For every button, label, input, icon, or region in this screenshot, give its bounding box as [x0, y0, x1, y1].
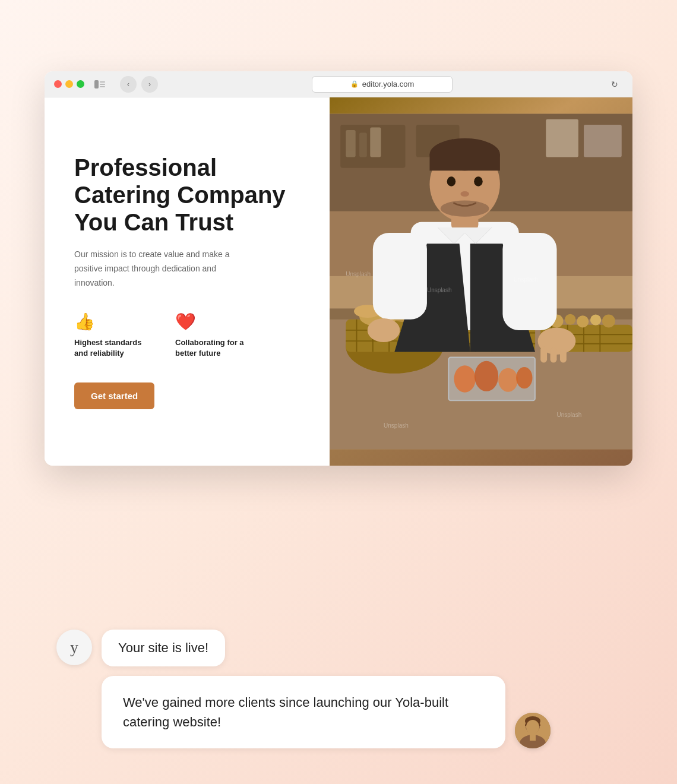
forward-button[interactable]: ›: [141, 76, 158, 93]
yola-avatar: y: [56, 630, 92, 665]
chat-bubble-site-live: Your site is live!: [102, 630, 225, 666]
svg-point-46: [565, 314, 575, 325]
svg-text:Unsplash: Unsplash: [346, 271, 371, 277]
chat-section: y Your site is live! We've gained more c…: [45, 630, 632, 748]
svg-point-79: [526, 720, 539, 734]
heart-icon: ❤️: [175, 312, 252, 331]
svg-rect-1: [100, 81, 105, 83]
svg-rect-56: [373, 233, 427, 320]
svg-rect-0: [94, 80, 99, 88]
svg-point-67: [447, 176, 456, 186]
feature-item-standards: 👍 Highest standards and reliability: [74, 312, 151, 359]
svg-rect-2: [100, 84, 105, 85]
hero-title: Professional Catering Company You Can Tr…: [74, 154, 300, 236]
svg-point-49: [602, 315, 615, 328]
feature-label-collaboration: Collaborating for a better future: [175, 337, 252, 359]
svg-point-69: [460, 191, 469, 197]
lock-icon: 🔒: [350, 80, 359, 88]
chat-bubble-testimonial: We've gained more clients since launchin…: [102, 676, 505, 748]
get-started-button[interactable]: Get started: [74, 382, 154, 409]
svg-point-52: [474, 361, 498, 391]
svg-point-51: [454, 365, 475, 393]
svg-rect-13: [584, 125, 622, 157]
svg-rect-62: [560, 349, 567, 363]
chef-photo: Unsplash Unsplash Unsplash Unsplash Unsp…: [330, 97, 632, 466]
browser-titlebar: ‹ › 🔒 editor.yola.com ↻: [45, 71, 632, 97]
svg-text:Unsplash: Unsplash: [384, 422, 409, 429]
website-content: Professional Catering Company You Can Tr…: [45, 97, 632, 466]
features-list: 👍 Highest standards and reliability ❤️ C…: [74, 312, 300, 359]
svg-point-47: [577, 315, 589, 327]
svg-rect-66: [429, 154, 499, 170]
sidebar-toggle-icon[interactable]: [91, 76, 108, 93]
hero-description: Our mission is to create value and make …: [74, 248, 241, 290]
browser-navigation: ‹ ›: [120, 76, 158, 93]
svg-point-48: [590, 315, 601, 325]
svg-point-54: [516, 367, 532, 388]
svg-rect-60: [540, 346, 547, 362]
svg-point-70: [441, 200, 489, 216]
website-hero-left: Professional Catering Company You Can Tr…: [45, 97, 330, 466]
minimize-button[interactable]: [65, 80, 73, 88]
feature-item-collaboration: ❤️ Collaborating for a better future: [175, 312, 252, 359]
chat-bubble-left-text: Your site is live!: [118, 640, 208, 655]
svg-rect-11: [370, 127, 381, 157]
browser-window: ‹ › 🔒 editor.yola.com ↻ Professional Cat…: [45, 71, 632, 466]
user-avatar-image: [515, 713, 551, 748]
chat-row-user: We've gained more clients since launchin…: [56, 676, 621, 748]
thumbs-up-icon: 👍: [74, 312, 151, 331]
svg-text:Unsplash: Unsplash: [514, 276, 539, 283]
svg-point-58: [368, 318, 400, 342]
url-text: editor.yola.com: [362, 80, 414, 88]
address-bar[interactable]: 🔒 editor.yola.com: [312, 76, 453, 93]
svg-rect-3: [100, 86, 105, 87]
svg-point-53: [498, 368, 518, 392]
refresh-button[interactable]: ↻: [606, 76, 623, 93]
chat-row-yola: y Your site is live!: [56, 630, 621, 666]
back-button[interactable]: ‹: [120, 76, 137, 93]
maximize-button[interactable]: [77, 80, 84, 88]
website-hero-image: Unsplash Unsplash Unsplash Unsplash Unsp…: [330, 97, 632, 466]
svg-rect-81: [530, 734, 536, 741]
window-controls: [54, 80, 84, 88]
chat-bubble-right-text: We've gained more clients since launchin…: [123, 695, 448, 729]
feature-label-standards: Highest standards and reliability: [74, 337, 151, 359]
svg-point-68: [474, 176, 483, 186]
svg-rect-61: [551, 347, 557, 363]
svg-text:Unsplash: Unsplash: [427, 287, 452, 293]
user-avatar: [515, 713, 551, 748]
svg-rect-12: [546, 119, 578, 157]
close-button[interactable]: [54, 80, 62, 88]
svg-rect-10: [359, 133, 367, 157]
svg-rect-9: [346, 130, 355, 157]
svg-text:Unsplash: Unsplash: [557, 412, 582, 418]
